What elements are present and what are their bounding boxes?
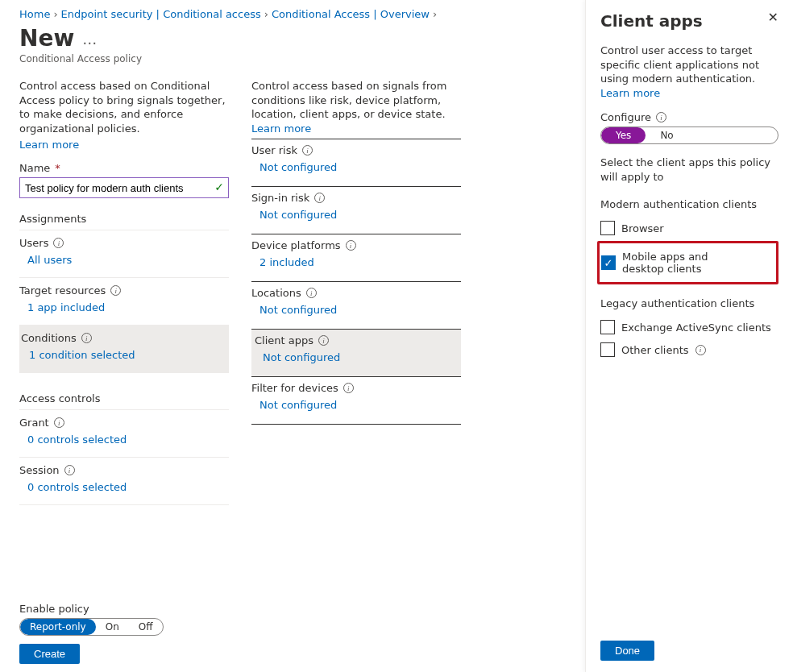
info-icon[interactable]: i [314, 193, 325, 203]
panel-title: Client apps [600, 11, 703, 31]
users-label: Users [19, 237, 48, 249]
info-icon[interactable]: i [306, 288, 317, 298]
checkbox-icon [600, 221, 615, 235]
checkbox-icon [601, 255, 616, 270]
policy-name-input[interactable] [19, 177, 229, 198]
enable-policy-report-only[interactable]: Report-only [20, 619, 96, 635]
breadcrumb: Home › Endpoint security | Conditional a… [19, 8, 569, 20]
name-label: Name [19, 162, 50, 174]
locations-label: Locations [251, 287, 301, 299]
policy-intro-text: Control access based on Conditional Acce… [19, 79, 229, 135]
configure-label: Configure [600, 111, 651, 123]
select-client-apps-text: Select the client apps this policy will … [600, 156, 778, 184]
checkbox-mobile-desktop-label: Mobile apps and desktop clients [622, 251, 744, 275]
info-icon[interactable]: i [53, 238, 64, 248]
device-platforms-label: Device platforms [251, 239, 341, 251]
checkbox-icon [600, 320, 615, 334]
checkbox-mobile-desktop[interactable]: Mobile apps and desktop clients [601, 247, 744, 279]
device-platforms-value[interactable]: 2 included [251, 251, 461, 273]
chevron-right-icon: › [264, 8, 268, 20]
target-resources-label: Target resources [19, 284, 106, 297]
user-risk-item[interactable]: User risk i Not configured [251, 139, 461, 187]
configure-no[interactable]: No [646, 127, 687, 143]
client-apps-panel: Client apps ✕ Control user access to tar… [585, 0, 793, 672]
configure-toggle[interactable]: Yes No [600, 127, 778, 144]
chevron-right-icon: › [53, 8, 57, 20]
checkbox-icon [600, 342, 615, 357]
page-subtitle: Conditional Access policy [19, 53, 569, 64]
modern-auth-group-label: Modern authentication clients [600, 198, 778, 210]
enable-policy-on[interactable]: On [96, 619, 129, 635]
learn-more-conditions-link[interactable]: Learn more [251, 122, 311, 135]
users-item[interactable]: Users i All users [19, 230, 229, 278]
user-risk-label: User risk [251, 144, 297, 156]
device-platforms-item[interactable]: Device platforms i 2 included [251, 234, 461, 282]
target-resources-value[interactable]: 1 app included [19, 297, 229, 318]
conditions-intro-text: Control access based on signals from con… [251, 79, 461, 135]
create-button[interactable]: Create [19, 644, 80, 664]
info-icon[interactable]: i [695, 345, 706, 355]
legacy-auth-group-label: Legacy authentication clients [600, 297, 778, 309]
panel-learn-more-link[interactable]: Learn more [600, 87, 660, 99]
enable-policy-label: Enable policy [19, 603, 569, 615]
users-value[interactable]: All users [19, 249, 229, 271]
info-icon[interactable]: i [110, 285, 121, 296]
chevron-right-icon: › [433, 8, 437, 20]
check-icon: ✓ [214, 180, 224, 193]
user-risk-value[interactable]: Not configured [251, 156, 461, 178]
info-icon[interactable]: i [302, 145, 313, 156]
info-icon[interactable]: i [346, 240, 356, 251]
breadcrumb-home[interactable]: Home [19, 8, 50, 20]
required-indicator: * [55, 162, 60, 174]
signin-risk-label: Sign-in risk [251, 192, 309, 204]
checkbox-browser[interactable]: Browser [600, 217, 778, 239]
checkbox-browser-label: Browser [621, 222, 664, 234]
signin-risk-value[interactable]: Not configured [251, 204, 461, 226]
highlight-annotation: Mobile apps and desktop clients [597, 241, 778, 284]
breadcrumb-conditional-access-overview[interactable]: Conditional Access | Overview [272, 8, 430, 20]
enable-policy-toggle[interactable]: Report-only On Off [19, 618, 164, 636]
breadcrumb-endpoint-security[interactable]: Endpoint security | Conditional access [61, 8, 261, 20]
checkbox-other-clients-label: Other clients [621, 344, 689, 356]
assignments-header: Assignments [19, 213, 229, 230]
info-icon[interactable]: i [656, 112, 666, 122]
configure-yes[interactable]: Yes [601, 127, 646, 143]
checkbox-exchange-activesync-label: Exchange ActiveSync clients [621, 321, 771, 334]
signin-risk-item[interactable]: Sign-in risk i Not configured [251, 187, 461, 234]
checkbox-other-clients[interactable]: Other clients i [600, 338, 778, 361]
panel-description: Control user access to target specific c… [600, 44, 778, 100]
page-title: New [19, 25, 74, 52]
locations-item[interactable]: Locations i Not configured [251, 282, 461, 330]
target-resources-item[interactable]: Target resources i 1 app included [19, 278, 229, 326]
locations-value[interactable]: Not configured [251, 299, 461, 321]
close-icon[interactable]: ✕ [768, 11, 778, 24]
more-actions-button[interactable]: … [82, 32, 97, 47]
learn-more-link[interactable]: Learn more [19, 139, 79, 151]
checkbox-exchange-activesync[interactable]: Exchange ActiveSync clients [600, 316, 778, 338]
done-button[interactable]: Done [600, 641, 654, 661]
enable-policy-off[interactable]: Off [129, 619, 163, 635]
